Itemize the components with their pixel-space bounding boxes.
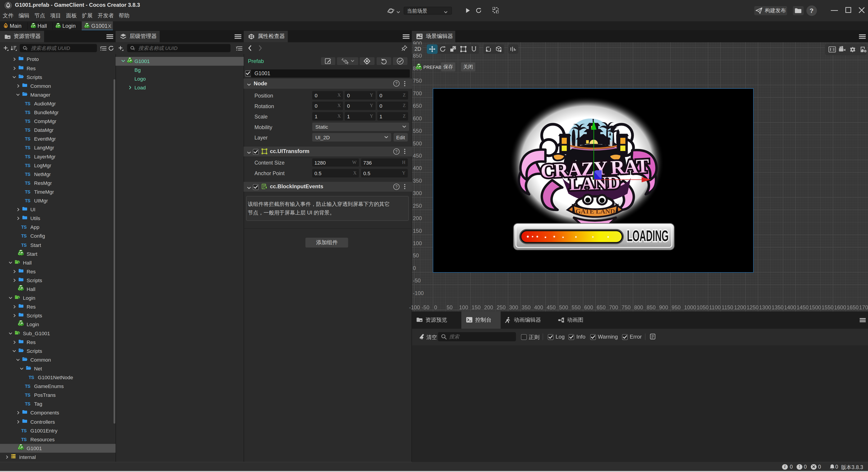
- svg-text:?: ?: [396, 149, 398, 154]
- svg-text:b: b: [18, 261, 19, 264]
- svg-text:?: ?: [396, 184, 398, 189]
- svg-text:b: b: [18, 297, 19, 300]
- svg-text:b: b: [18, 332, 19, 335]
- svg-text:GATE LAND: GATE LAND: [575, 207, 615, 215]
- svg-text:LOADING: LOADING: [627, 227, 669, 244]
- svg-text:?: ?: [396, 81, 398, 86]
